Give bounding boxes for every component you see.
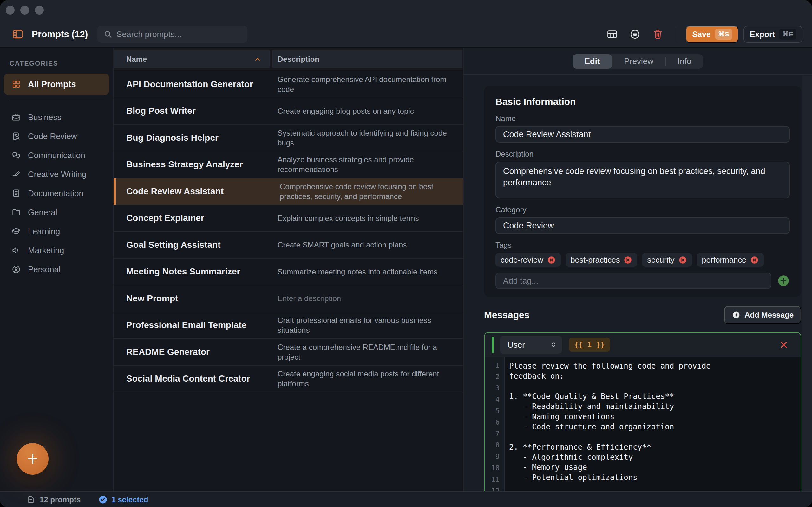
row-name: Meeting Notes Summarizer <box>113 267 277 277</box>
save-button[interactable]: Save ⌘S <box>686 26 738 43</box>
sidebar-item-all-prompts[interactable]: All Prompts <box>4 73 109 95</box>
remove-message-button[interactable] <box>778 339 789 350</box>
tab-preview[interactable]: Preview <box>612 54 665 69</box>
row-description: Craft professional emails for various bu… <box>277 315 463 335</box>
table-row[interactable]: Business Strategy AnalyzerAnalyze busine… <box>113 152 463 178</box>
sidebar-item-label: Marketing <box>28 245 64 256</box>
message-content-editor[interactable]: 123456789101112 Please review the follow… <box>485 357 801 492</box>
line-number-gutter: 123456789101112 <box>485 357 505 492</box>
remove-tag-button[interactable] <box>750 256 759 264</box>
user-role-indicator <box>492 337 494 353</box>
sidebar-item-business[interactable]: Business <box>4 108 109 127</box>
megaphone-icon <box>11 245 21 255</box>
row-description: Summarize meeting notes into actionable … <box>277 267 463 277</box>
row-description: Create engaging social media posts for d… <box>277 369 463 389</box>
line-number: 11 <box>485 474 504 485</box>
code-line <box>509 432 711 442</box>
code-line: Please review the following code and pro… <box>509 361 711 371</box>
name-field[interactable]: Code Review Assistant <box>496 126 790 143</box>
column-header-name[interactable]: Name <box>114 50 270 68</box>
row-description: Generate comprehensive API documentation… <box>277 74 463 94</box>
table-header: Name Description <box>113 48 463 71</box>
row-name: Code Review Assistant <box>116 186 280 196</box>
add-tag-input[interactable]: Add tag... <box>496 273 771 289</box>
plus-circle-icon <box>732 311 741 320</box>
line-number: 10 <box>485 462 504 474</box>
message-card-header: User {{ 1 }} <box>485 333 801 357</box>
sidebar-divider <box>9 101 104 101</box>
table-row[interactable]: README GeneratorCreate a comprehensive R… <box>113 339 463 366</box>
row-name: New Prompt <box>113 293 277 303</box>
detail-tabs-bar: EditPreviewInfo <box>464 48 812 75</box>
minimize-window-button[interactable] <box>20 6 29 14</box>
table-view-button[interactable] <box>603 26 621 43</box>
sidebar-item-personal[interactable]: Personal <box>4 260 109 279</box>
column-header-description[interactable]: Description <box>272 50 462 68</box>
table-row[interactable]: New PromptEnter a description <box>113 285 463 312</box>
sidebar-item-label: Documentation <box>28 188 84 199</box>
role-select[interactable]: User <box>500 336 562 354</box>
sidebar-item-code-review[interactable]: Code Review <box>4 127 109 146</box>
sidebar-item-creative-writing[interactable]: Creative Writing <box>4 165 109 184</box>
row-name: Business Strategy Analyzer <box>113 159 277 170</box>
remove-tag-button[interactable] <box>678 256 687 264</box>
tab-info[interactable]: Info <box>665 54 703 69</box>
toolbar-actions: Save ⌘S Export ⌘E <box>598 26 803 43</box>
table-row[interactable]: API Documentation GeneratorGenerate comp… <box>113 71 463 98</box>
sidebar-item-label: Learning <box>28 227 60 236</box>
toolbar: Prompts (12) Search prompts... Save ⌘S E… <box>11 25 803 44</box>
sidebar-item-general[interactable]: General <box>4 203 109 222</box>
code-line: - Potential optimizations <box>509 472 711 483</box>
app-window: Prompts (12) Search prompts... Save ⌘S E… <box>0 0 812 507</box>
table-row[interactable]: Concept ExplainerExplain complex concept… <box>113 205 463 232</box>
remove-tag-button[interactable] <box>623 256 632 264</box>
sidebar-item-label: Creative Writing <box>28 170 86 179</box>
remove-tag-button[interactable] <box>547 256 556 264</box>
new-prompt-button[interactable] <box>17 443 49 475</box>
selected-count: 1 selected <box>111 495 148 504</box>
table-row[interactable]: Blog Post WriterCreate engaging blog pos… <box>113 98 463 125</box>
search-input[interactable]: Search prompts... <box>97 26 247 43</box>
prompt-table: Name Description API Documentation Gener… <box>113 48 464 492</box>
close-window-button[interactable] <box>6 6 14 14</box>
row-name: Blog Post Writer <box>113 106 277 116</box>
search-icon <box>103 30 113 39</box>
code-line: 1. **Code Quality & Best Practices** <box>509 391 711 401</box>
table-row[interactable]: Bug Diagnosis HelperSystematic approach … <box>113 124 463 152</box>
basic-information-card: Basic Information Name Code Review Assis… <box>484 86 801 297</box>
row-description: Explain complex concepts in simple terms <box>277 213 463 223</box>
delete-button[interactable] <box>649 26 667 43</box>
table-row[interactable]: Professional Email TemplateCraft profess… <box>113 312 463 339</box>
sidebar-item-documentation[interactable]: Documentation <box>4 184 109 203</box>
document-icon <box>27 495 35 504</box>
row-name: Social Media Content Creator <box>113 374 277 384</box>
table-row[interactable]: Social Media Content CreatorCreate engag… <box>113 366 463 393</box>
add-tag-button[interactable] <box>777 274 790 287</box>
tag-label: performance <box>702 256 746 265</box>
table-row[interactable]: Meeting Notes SummarizerSummarize meetin… <box>113 259 463 285</box>
plus-icon <box>26 452 40 466</box>
view-mode-tabs: EditPreviewInfo <box>572 54 704 69</box>
description-field[interactable]: Comprehensive code review focusing on be… <box>496 162 790 199</box>
sidebar-toggle-icon[interactable] <box>11 28 24 41</box>
sidebar-item-learning[interactable]: Learning <box>4 222 109 241</box>
line-number: 4 <box>485 394 504 405</box>
add-message-button[interactable]: Add Message <box>724 306 801 324</box>
row-description: Systematic approach to identifying and f… <box>277 128 463 148</box>
detail-scroll-area: Basic Information Name Code Review Assis… <box>464 76 812 492</box>
sidebar-item-communication[interactable]: Communication <box>4 146 109 165</box>
table-row[interactable]: Code Review AssistantComprehensive code … <box>113 178 463 205</box>
grid-icon <box>11 79 21 89</box>
tab-edit[interactable]: Edit <box>572 54 612 69</box>
line-number: 8 <box>485 440 504 451</box>
table-row[interactable]: Goal Setting AssistantCreate SMART goals… <box>113 232 463 259</box>
sidebar-item-marketing[interactable]: Marketing <box>4 241 109 260</box>
variable-count-badge: {{ 1 }} <box>569 338 610 352</box>
export-button[interactable]: Export ⌘E <box>744 26 803 43</box>
line-number: 12 <box>485 485 504 492</box>
zoom-window-button[interactable] <box>35 6 44 14</box>
panel-scrollbar[interactable] <box>803 76 812 492</box>
filter-button[interactable] <box>626 26 644 43</box>
category-field[interactable]: Code Review <box>496 217 790 234</box>
row-name: Bug Diagnosis Helper <box>113 133 277 143</box>
